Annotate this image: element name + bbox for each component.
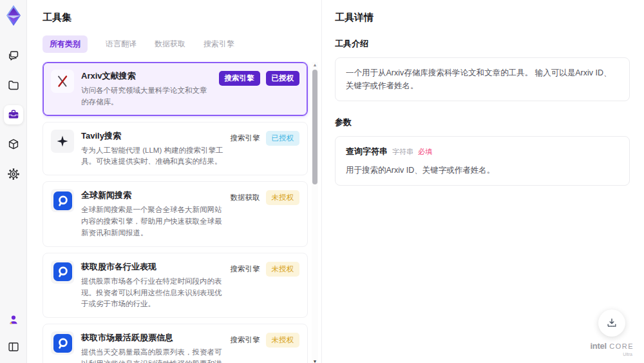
- tool-card[interactable]: 全球新闻搜索 全球新闻搜索是一个聚合全球各大新闻网站内容的搜索引擎，帮助用户快速…: [43, 181, 308, 246]
- tab-data-retrieval[interactable]: 数据获取: [155, 39, 185, 50]
- corner-widgets: intel CORE Ultra: [591, 309, 634, 357]
- tab-language-translation[interactable]: 语言翻译: [106, 39, 137, 50]
- q-logo-icon: [53, 191, 72, 210]
- tool-category-badge: 搜索引擎: [219, 71, 260, 86]
- tool-card[interactable]: 获取市场最活跃股票信息 提供当天交易量最高的股票列表，投资者可以利用这些信息来识…: [43, 324, 308, 363]
- tool-list-wrap: Arxiv文献搜索 访问各个研究领域大量科学论文和文章的存储库。 搜索引擎 已授…: [43, 62, 318, 363]
- tool-icon: [51, 189, 74, 212]
- sparkle-icon: [55, 133, 70, 149]
- toolbox-icon[interactable]: [4, 105, 23, 124]
- panel-toggle-icon[interactable]: [4, 337, 23, 357]
- tool-title: Tavily搜索: [81, 130, 223, 142]
- cube-icon[interactable]: [4, 135, 23, 154]
- tool-category-badge: 搜索引擎: [231, 333, 260, 348]
- tool-card[interactable]: Tavily搜索 专为人工智能代理 (LLM) 构建的搜索引擎工具。可快速提供实…: [43, 122, 308, 176]
- app-window: 工具集 所有类别 语言翻译 数据获取 搜索引擎: [0, 0, 644, 363]
- tool-description: 提供当天交易量最高的股票列表，投资者可以利用这些信息来识别流动性强的股票和潜在的…: [81, 347, 223, 363]
- tool-title: 全球新闻搜索: [81, 190, 223, 201]
- folder-icon[interactable]: [4, 75, 23, 95]
- tool-category-badge: 数据获取: [231, 190, 260, 205]
- user-icon[interactable]: [4, 310, 23, 329]
- tool-main: 获取股市各行业表现 提供股票市场各个行业在特定时间段内的表现。投资者可以利用这些…: [81, 260, 223, 310]
- tool-icon: [51, 70, 74, 93]
- tool-auth-badge: 已授权: [266, 71, 300, 86]
- tool-card[interactable]: Arxiv文献搜索 访问各个研究领域大量科学论文和文章的存储库。 搜索引擎 已授…: [43, 62, 308, 116]
- param-description: 用于搜索的Arxiv ID、关键字或作者姓名。: [346, 164, 619, 177]
- settings-icon[interactable]: [4, 164, 23, 184]
- tool-list: Arxiv文献搜索 访问各个研究领域大量科学论文和文章的存储库。 搜索引擎 已授…: [43, 62, 308, 363]
- tool-description: 访问各个研究领域大量科学论文和文章的存储库。: [81, 85, 212, 108]
- tool-auth-badge: 未授权: [266, 190, 300, 205]
- tool-main: 获取市场最活跃股票信息 提供当天交易量最高的股票列表，投资者可以利用这些信息来识…: [81, 331, 223, 363]
- tool-main: Tavily搜索 专为人工智能代理 (LLM) 构建的搜索引擎工具。可快速提供实…: [81, 130, 223, 168]
- param-name: 查询字符串: [346, 145, 388, 159]
- param-card: 查询字符串 字符串 必填 用于搜索的Arxiv ID、关键字或作者姓名。: [335, 136, 630, 186]
- param-head: 查询字符串 字符串 必填: [346, 145, 619, 159]
- arxiv-logo-icon: [55, 74, 70, 89]
- rail-bottom: [4, 310, 23, 357]
- tool-badges: 搜索引擎 未授权: [231, 260, 300, 310]
- details-panel: 工具详情 工具介绍 一个用于从Arxiv存储库搜索科学论文和文章的工具。 输入可…: [322, 0, 644, 363]
- tool-badges: 搜索引擎 已授权: [231, 130, 300, 168]
- download-button[interactable]: [598, 309, 625, 337]
- tool-badges: 搜索引擎 已授权: [219, 70, 300, 108]
- tool-auth-badge: 未授权: [266, 262, 300, 277]
- tool-category-badge: 搜索引擎: [231, 262, 260, 277]
- tool-description: 专为人工智能代理 (LLM) 构建的搜索引擎工具。可快速提供实时、准确和真实的结…: [81, 145, 223, 168]
- intel-core-logo: intel CORE Ultra: [591, 340, 634, 357]
- brand-ultra: Ultra: [591, 352, 634, 357]
- tool-category-badge: 搜索引擎: [231, 131, 260, 146]
- left-icon-rail: [0, 0, 27, 363]
- tool-intro-text: 一个用于从Arxiv存储库搜索科学论文和文章的工具。 输入可以是Arxiv ID…: [335, 57, 630, 101]
- tool-auth-badge: 已授权: [266, 131, 300, 146]
- tool-badges: 数据获取 未授权: [231, 189, 300, 239]
- tool-description: 全球新闻搜索是一个聚合全球各大新闻网站内容的搜索引擎，帮助用户快速获取全球最新资…: [81, 204, 223, 239]
- tab-all-categories[interactable]: 所有类别: [43, 35, 88, 53]
- tools-panel: 工具集 所有类别 语言翻译 数据获取 搜索引擎: [27, 0, 322, 363]
- scroll-up-icon[interactable]: ▲: [312, 62, 318, 68]
- scrollbar[interactable]: ▲ ▼: [312, 62, 318, 363]
- tools-panel-title: 工具集: [43, 12, 321, 24]
- details-panel-title: 工具详情: [335, 12, 630, 24]
- tool-card[interactable]: 获取股市各行业表现 提供股票市场各个行业在特定时间段内的表现。投资者可以利用这些…: [43, 253, 308, 318]
- q-logo-icon: [53, 334, 72, 353]
- tool-icon: [51, 331, 74, 355]
- tool-icon: [51, 130, 74, 153]
- scrollbar-thumb[interactable]: [312, 70, 317, 184]
- tool-main: Arxiv文献搜索 访问各个研究领域大量科学论文和文章的存储库。: [81, 70, 212, 108]
- category-tabs: 所有类别 语言翻译 数据获取 搜索引擎: [43, 35, 321, 53]
- brand-intel: intel: [591, 341, 607, 351]
- intro-section-title: 工具介绍: [335, 38, 630, 50]
- chat-icon[interactable]: [4, 46, 23, 65]
- tool-title: 获取市场最活跃股票信息: [81, 332, 223, 344]
- download-icon: [605, 317, 618, 329]
- tool-main: 全球新闻搜索 全球新闻搜索是一个聚合全球各大新闻网站内容的搜索引擎，帮助用户快速…: [81, 189, 223, 239]
- app-logo-icon: [4, 5, 23, 26]
- scroll-down-icon[interactable]: ▼: [312, 358, 318, 363]
- rail-nav: [4, 46, 23, 184]
- tab-search-engine[interactable]: 搜索引擎: [204, 39, 234, 50]
- tool-title: Arxiv文献搜索: [81, 70, 212, 82]
- param-type: 字符串: [392, 146, 413, 158]
- tool-badges: 搜索引擎 未授权: [231, 331, 300, 363]
- q-logo-icon: [53, 262, 72, 281]
- brand-core: CORE: [609, 342, 634, 350]
- param-required-badge: 必填: [418, 146, 432, 158]
- tool-title: 获取股市各行业表现: [81, 261, 223, 273]
- tool-description: 提供股票市场各个行业在特定时间段内的表现。投资者可以利用这些信息来识别表现优于或…: [81, 276, 223, 310]
- tool-icon: [51, 260, 74, 284]
- tool-auth-badge: 未授权: [266, 333, 300, 348]
- params-section-title: 参数: [335, 117, 630, 128]
